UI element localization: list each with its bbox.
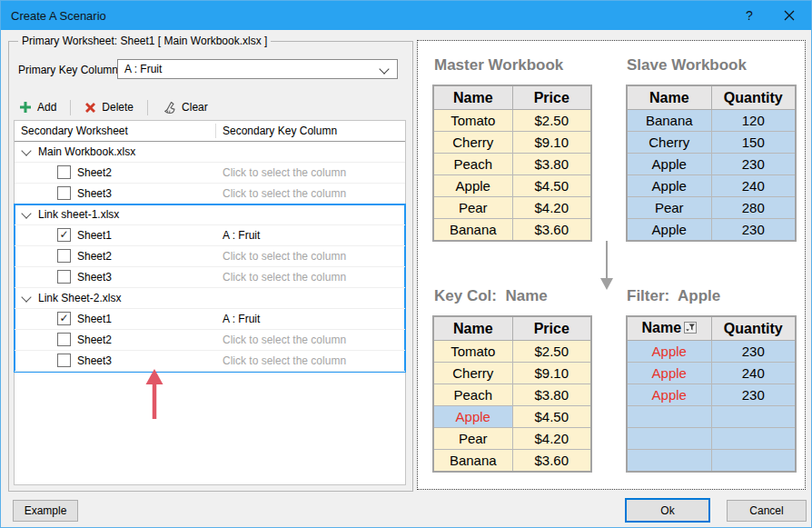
chevron-down-icon[interactable] (21, 292, 31, 302)
table-cell: $4.50 (512, 406, 591, 428)
table-row: Tomato$2.50 (433, 341, 591, 363)
secondary-key-column-value[interactable]: A : Fruit (223, 229, 260, 242)
table-row: Pear$4.20 (433, 197, 591, 219)
tree-sheet-row[interactable]: Sheet3Click to select the column (15, 351, 405, 372)
tree-group-row[interactable]: Link Sheet-2.xlsx (15, 288, 405, 309)
table-row: Apple230 (627, 341, 796, 363)
tree-group-row[interactable]: Main Workbook.xlsx (15, 142, 405, 163)
sheet-name: Sheet3 (77, 271, 112, 284)
sheet-checkbox[interactable] (57, 354, 71, 367)
window-title: Create A Scenario (11, 9, 106, 23)
close-button[interactable] (769, 1, 809, 30)
sheet-name: Sheet1 (77, 229, 112, 242)
add-button[interactable]: Add (13, 98, 63, 116)
delete-button[interactable]: Delete (78, 98, 140, 116)
secondary-key-column-value[interactable]: Click to select the column (223, 187, 346, 200)
filter-table: NameQuantityApple230Apple240Apple230 (626, 315, 797, 473)
table-row: Apple230 (627, 219, 796, 242)
table-cell: Banana (433, 450, 512, 473)
sheet-name: Sheet1 (77, 313, 112, 325)
table-column-header: Name (627, 85, 711, 110)
table-cell (711, 428, 796, 450)
close-icon (784, 10, 795, 21)
sheet-checkbox[interactable] (57, 165, 71, 179)
table-cell (711, 450, 796, 473)
table-cell: 230 (711, 154, 796, 175)
table-cell: Apple (627, 175, 711, 197)
cancel-button[interactable]: Cancel (727, 500, 807, 522)
table-row: Peach$3.80 (433, 384, 591, 406)
slave-workbook-title: Slave Workbook (627, 56, 747, 75)
chevron-down-icon[interactable] (21, 208, 31, 218)
chevron-down-icon[interactable] (21, 145, 31, 155)
table-cell: 230 (711, 219, 796, 242)
primary-worksheet-group-label: Primary Worksheet: Sheet1 [ Main Workboo… (18, 35, 271, 47)
table-row: Pear280 (627, 197, 796, 219)
table-cell: Pear (627, 197, 711, 219)
table-cell: 120 (711, 110, 796, 132)
table-cell: Cherry (433, 363, 512, 384)
table-row: Apple230 (627, 154, 796, 175)
table-column-header: Name (627, 316, 711, 341)
table-cell: $3.80 (512, 384, 591, 406)
table-cell: Apple (627, 219, 711, 242)
gray-arrow-down-icon (596, 241, 618, 290)
tree-sheet-row[interactable]: Sheet3Click to select the column (15, 267, 405, 288)
create-scenario-dialog: Create A Scenario ? Primary Worksheet: S… (0, 0, 812, 528)
primary-key-column-select[interactable]: A : Fruit (117, 59, 398, 79)
tree-sheet-row[interactable]: Sheet2Click to select the column (15, 330, 405, 351)
column-header-secondary-worksheet[interactable]: Secondary Worksheet (21, 125, 128, 137)
table-cell: 230 (711, 341, 796, 363)
table-cell: Tomato (433, 341, 512, 363)
example-button[interactable]: Example (13, 500, 78, 522)
sheet-checkbox[interactable] (57, 333, 71, 346)
secondary-worksheet-list: Secondary Worksheet Secondary Key Column… (14, 120, 406, 485)
tree-group-row[interactable]: Link sheet-1.xlsx (15, 204, 405, 225)
secondary-key-column-value[interactable]: Click to select the column (223, 334, 346, 346)
table-row (627, 428, 796, 450)
secondary-key-column-value[interactable]: A : Fruit (223, 313, 260, 325)
table-cell: $4.50 (512, 175, 591, 197)
table-cell: Apple (433, 406, 512, 428)
table-cell: Peach (433, 384, 512, 406)
table-row: Apple240 (627, 175, 796, 197)
table-row: Cherry150 (627, 132, 796, 154)
clear-button[interactable]: Clear (155, 98, 214, 117)
selected-groups-box: Link sheet-1.xlsx✓Sheet1A : FruitSheet2C… (15, 204, 405, 372)
secondary-key-column-value[interactable]: Click to select the column (223, 354, 346, 367)
tree-sheet-row[interactable]: ✓Sheet1A : Fruit (15, 225, 405, 246)
sheet-name: Sheet2 (77, 250, 112, 263)
chevron-down-icon (379, 64, 389, 74)
tree-sheet-row[interactable]: Sheet2Click to select the column (15, 163, 405, 184)
sheet-checkbox[interactable]: ✓ (57, 228, 71, 242)
tree-sheet-row[interactable]: Sheet2Click to select the column (15, 246, 405, 267)
table-cell: Tomato (433, 110, 512, 132)
table-row: Peach$3.80 (433, 154, 591, 175)
table-row: Tomato$2.50 (433, 110, 591, 132)
help-button[interactable]: ? (729, 1, 769, 30)
tree-sheet-row[interactable]: ✓Sheet1A : Fruit (15, 309, 405, 330)
ok-button[interactable]: Ok (625, 498, 710, 523)
sheet-checkbox[interactable] (57, 249, 71, 263)
column-header-secondary-key-column[interactable]: Secondary Key Column (223, 125, 337, 137)
table-cell: Pear (433, 197, 512, 219)
sheet-checkbox[interactable] (57, 186, 71, 200)
table-cell (711, 406, 796, 428)
table-cell: 230 (711, 384, 796, 406)
toolbar-separator (147, 100, 148, 115)
list-header: Secondary Worksheet Secondary Key Column (15, 121, 405, 142)
table-row: Apple$4.50 (433, 175, 591, 197)
table-row: Apple$4.50 (433, 406, 591, 428)
primary-key-column-label: Primary Key Column (18, 64, 118, 76)
illustration-panel: Master Workbook Slave Workbook Key Col: … (417, 40, 806, 490)
tree-sheet-row[interactable]: Sheet3Click to select the column (15, 184, 405, 204)
secondary-key-column-value[interactable]: Click to select the column (223, 166, 346, 179)
master-workbook-title: Master Workbook (434, 56, 563, 75)
table-row: Banana$3.60 (433, 219, 591, 242)
secondary-key-column-value[interactable]: Click to select the column (223, 271, 346, 284)
table-row: Cherry$9.10 (433, 363, 591, 384)
sheet-checkbox[interactable] (57, 270, 71, 284)
sheet-checkbox[interactable]: ✓ (57, 312, 71, 325)
table-cell: 240 (711, 175, 796, 197)
secondary-key-column-value[interactable]: Click to select the column (223, 250, 346, 263)
